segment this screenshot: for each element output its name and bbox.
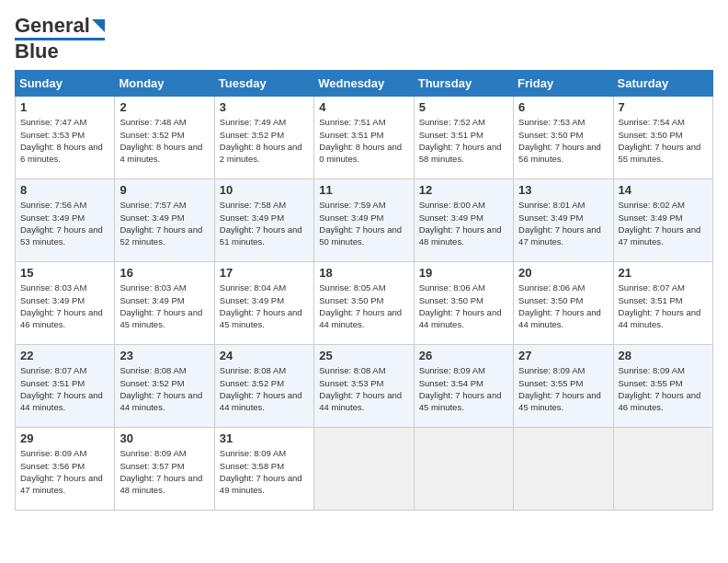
table-row: 4 Sunrise: 7:51 AMSunset: 3:51 PMDayligh… <box>314 97 414 179</box>
table-row: 13 Sunrise: 8:01 AMSunset: 3:49 PMDaylig… <box>514 179 613 262</box>
day-number: 9 <box>119 183 209 197</box>
day-info: Sunrise: 8:09 AMSunset: 3:56 PMDaylight:… <box>20 447 109 496</box>
table-row <box>314 428 414 511</box>
day-number: 2 <box>119 100 209 114</box>
day-number: 7 <box>619 100 708 114</box>
table-row: 5 Sunrise: 7:52 AMSunset: 3:51 PMDayligh… <box>414 97 513 179</box>
col-friday: Friday <box>514 71 613 97</box>
day-info: Sunrise: 8:08 AMSunset: 3:53 PMDaylight:… <box>319 364 408 413</box>
table-row: 30 Sunrise: 8:09 AMSunset: 3:57 PMDaylig… <box>115 428 214 511</box>
day-info: Sunrise: 7:51 AMSunset: 3:51 PMDaylight:… <box>319 116 408 165</box>
day-number: 14 <box>619 183 708 197</box>
col-sunday: Sunday <box>16 71 115 97</box>
col-monday: Monday <box>115 71 214 97</box>
day-number: 11 <box>319 183 408 197</box>
day-info: Sunrise: 8:04 AMSunset: 3:49 PMDaylight:… <box>220 282 309 330</box>
table-row: 11 Sunrise: 7:59 AMSunset: 3:49 PMDaylig… <box>314 179 414 262</box>
header-row: Sunday Monday Tuesday Wednesday Thursday… <box>16 71 713 97</box>
table-row: 16 Sunrise: 8:03 AMSunset: 3:49 PMDaylig… <box>115 262 214 345</box>
day-info: Sunrise: 7:49 AMSunset: 3:52 PMDaylight:… <box>220 116 309 165</box>
day-info: Sunrise: 8:03 AMSunset: 3:49 PMDaylight:… <box>20 282 109 330</box>
table-row: 12 Sunrise: 8:00 AMSunset: 3:49 PMDaylig… <box>414 179 513 262</box>
day-info: Sunrise: 8:07 AMSunset: 3:51 PMDaylight:… <box>619 282 708 330</box>
table-row: 22 Sunrise: 8:07 AMSunset: 3:51 PMDaylig… <box>16 345 115 428</box>
day-info: Sunrise: 8:02 AMSunset: 3:49 PMDaylight:… <box>619 199 708 247</box>
day-info: Sunrise: 7:56 AMSunset: 3:49 PMDaylight:… <box>20 199 109 247</box>
table-row: 23 Sunrise: 8:08 AMSunset: 3:52 PMDaylig… <box>115 345 214 428</box>
table-row: 28 Sunrise: 8:09 AMSunset: 3:55 PMDaylig… <box>613 345 712 428</box>
table-row: 25 Sunrise: 8:08 AMSunset: 3:53 PMDaylig… <box>314 345 414 428</box>
table-row: 24 Sunrise: 8:08 AMSunset: 3:52 PMDaylig… <box>214 345 313 428</box>
day-number: 26 <box>419 349 508 362</box>
table-row: 7 Sunrise: 7:54 AMSunset: 3:50 PMDayligh… <box>613 97 712 179</box>
table-row: 10 Sunrise: 7:58 AMSunset: 3:49 PMDaylig… <box>214 179 313 262</box>
table-row: 14 Sunrise: 8:02 AMSunset: 3:49 PMDaylig… <box>613 179 712 262</box>
day-number: 17 <box>220 266 309 280</box>
day-number: 23 <box>119 349 209 362</box>
calendar-week-row: 29 Sunrise: 8:09 AMSunset: 3:56 PMDaylig… <box>16 428 713 511</box>
day-info: Sunrise: 8:06 AMSunset: 3:50 PMDaylight:… <box>518 282 608 330</box>
day-number: 6 <box>518 100 608 114</box>
logo-blue-text: Blue <box>15 40 59 63</box>
day-number: 22 <box>20 349 109 362</box>
table-row: 3 Sunrise: 7:49 AMSunset: 3:52 PMDayligh… <box>214 97 313 179</box>
day-number: 4 <box>319 100 408 114</box>
col-saturday: Saturday <box>613 71 712 97</box>
table-row: 29 Sunrise: 8:09 AMSunset: 3:56 PMDaylig… <box>16 428 115 511</box>
calendar-week-row: 8 Sunrise: 7:56 AMSunset: 3:49 PMDayligh… <box>16 179 713 262</box>
calendar-week-row: 1 Sunrise: 7:47 AMSunset: 3:53 PMDayligh… <box>16 97 713 179</box>
table-row: 26 Sunrise: 8:09 AMSunset: 3:54 PMDaylig… <box>414 345 513 428</box>
calendar-week-row: 22 Sunrise: 8:07 AMSunset: 3:51 PMDaylig… <box>16 345 713 428</box>
day-number: 18 <box>319 266 408 280</box>
day-number: 15 <box>20 266 109 280</box>
day-number: 3 <box>220 100 309 114</box>
table-row: 21 Sunrise: 8:07 AMSunset: 3:51 PMDaylig… <box>613 262 712 345</box>
day-info: Sunrise: 8:09 AMSunset: 3:55 PMDaylight:… <box>619 364 708 413</box>
day-info: Sunrise: 8:01 AMSunset: 3:49 PMDaylight:… <box>518 199 608 247</box>
day-info: Sunrise: 7:53 AMSunset: 3:50 PMDaylight:… <box>518 116 608 165</box>
day-number: 29 <box>20 431 109 445</box>
day-info: Sunrise: 8:09 AMSunset: 3:55 PMDaylight:… <box>518 364 608 413</box>
day-info: Sunrise: 8:08 AMSunset: 3:52 PMDaylight:… <box>119 364 209 413</box>
day-info: Sunrise: 8:06 AMSunset: 3:50 PMDaylight:… <box>419 282 508 330</box>
day-info: Sunrise: 8:03 AMSunset: 3:49 PMDaylight:… <box>119 282 209 330</box>
table-row <box>414 428 513 511</box>
day-number: 19 <box>419 266 508 280</box>
day-info: Sunrise: 8:09 AMSunset: 3:57 PMDaylight:… <box>119 447 209 496</box>
day-number: 27 <box>518 349 608 362</box>
table-row: 6 Sunrise: 7:53 AMSunset: 3:50 PMDayligh… <box>514 97 613 179</box>
table-row: 9 Sunrise: 7:57 AMSunset: 3:49 PMDayligh… <box>115 179 214 262</box>
table-row: 31 Sunrise: 8:09 AMSunset: 3:58 PMDaylig… <box>214 428 313 511</box>
day-number: 20 <box>518 266 608 280</box>
table-row: 27 Sunrise: 8:09 AMSunset: 3:55 PMDaylig… <box>514 345 613 428</box>
day-number: 12 <box>419 183 508 197</box>
day-number: 5 <box>419 100 508 114</box>
day-number: 10 <box>220 183 309 197</box>
day-number: 13 <box>518 183 608 197</box>
calendar-week-row: 15 Sunrise: 8:03 AMSunset: 3:49 PMDaylig… <box>16 262 713 345</box>
page-header: General Blue <box>15 15 713 63</box>
day-info: Sunrise: 7:47 AMSunset: 3:53 PMDaylight:… <box>20 116 109 165</box>
day-info: Sunrise: 8:08 AMSunset: 3:52 PMDaylight:… <box>220 364 309 413</box>
logo-text: General <box>15 15 90 37</box>
table-row: 20 Sunrise: 8:06 AMSunset: 3:50 PMDaylig… <box>514 262 613 345</box>
col-tuesday: Tuesday <box>214 71 313 97</box>
calendar-table: Sunday Monday Tuesday Wednesday Thursday… <box>15 70 713 511</box>
table-row: 17 Sunrise: 8:04 AMSunset: 3:49 PMDaylig… <box>214 262 313 345</box>
day-number: 28 <box>619 349 708 362</box>
table-row: 15 Sunrise: 8:03 AMSunset: 3:49 PMDaylig… <box>16 262 115 345</box>
day-number: 31 <box>220 431 309 445</box>
table-row <box>514 428 613 511</box>
table-row: 8 Sunrise: 7:56 AMSunset: 3:49 PMDayligh… <box>16 179 115 262</box>
day-number: 1 <box>20 100 109 114</box>
col-wednesday: Wednesday <box>314 71 414 97</box>
day-info: Sunrise: 7:52 AMSunset: 3:51 PMDaylight:… <box>419 116 508 165</box>
day-number: 8 <box>20 183 109 197</box>
day-number: 16 <box>119 266 209 280</box>
day-number: 25 <box>319 349 408 362</box>
table-row <box>613 428 712 511</box>
day-number: 24 <box>220 349 309 362</box>
table-row: 18 Sunrise: 8:05 AMSunset: 3:50 PMDaylig… <box>314 262 414 345</box>
day-info: Sunrise: 7:58 AMSunset: 3:49 PMDaylight:… <box>220 199 309 247</box>
logo: General Blue <box>15 15 105 63</box>
